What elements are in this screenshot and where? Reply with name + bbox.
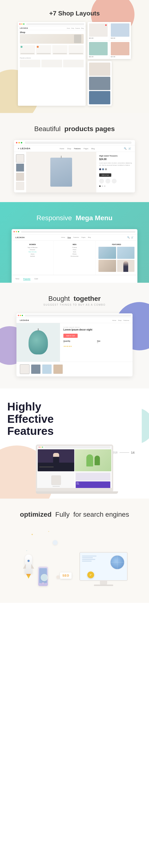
side-product-1: $24.00 <box>88 22 109 40</box>
pp-nav-blog[interactable]: Blog <box>91 148 95 150</box>
section-shop: +7 Shop Layouts LEZADA Home Shop Feature… <box>0 0 149 113</box>
mega-item-suits[interactable]: Suits <box>57 251 93 253</box>
bought-product-info: Lorem ipsum decor Lorem ipsum decor eigh… <box>60 323 132 362</box>
cart-icon[interactable]: 🛒 <box>128 147 131 150</box>
bought-nav-home[interactable]: Home <box>112 320 116 321</box>
mm-nav-blog[interactable]: Blog <box>88 237 91 238</box>
mega-title-regular: Responsive <box>36 214 72 222</box>
color-dot-blue[interactable] <box>102 168 104 170</box>
bought-nav-features[interactable]: Features <box>123 320 129 321</box>
thumb-2[interactable] <box>16 163 24 172</box>
bought-dot-r <box>18 315 19 316</box>
bought-thumb-3[interactable] <box>42 364 52 374</box>
mm-tab-new[interactable]: New <box>16 278 19 280</box>
mm-nav-shop[interactable]: Shop <box>68 237 71 238</box>
side-product-3: $32.00 <box>88 40 109 59</box>
pp-nav-pages[interactable]: Pages <box>84 148 89 150</box>
shop-mockup-container: LEZADA Home Shop Features Blog Shop <box>5 22 144 106</box>
laptop-url-bar <box>45 446 110 448</box>
laptop-bottom-border <box>36 488 113 491</box>
fashion-text <box>39 466 54 467</box>
pp-nav-home[interactable]: Home <box>60 148 64 150</box>
mega-item-polos[interactable]: Polos <box>57 249 93 250</box>
mega-item-dresses[interactable]: Dresses <box>15 249 51 250</box>
mega-col-women: Women Tops & Blouses Dresses New Arrival… <box>11 241 54 275</box>
mm-nav-home[interactable]: Home <box>61 237 65 238</box>
search-icon[interactable]: 🔍 <box>124 147 126 150</box>
dot-nav-1[interactable] <box>99 185 101 187</box>
bought-thumb-4[interactable] <box>53 364 63 374</box>
product-detail: High waist Trousers $24.00 Lorem ipsum d… <box>14 152 135 192</box>
thumb-3[interactable] <box>16 173 24 181</box>
shop-count: +7 <box>49 10 57 17</box>
section-products: Beautiful products pages ≡ LEZADA Home S… <box>0 113 149 202</box>
mega-title-bold: Mega Menu <box>76 214 113 222</box>
rocket-flames <box>26 574 31 579</box>
nav-features[interactable]: Features <box>75 28 80 29</box>
shop-label: Shop <box>18 30 85 34</box>
laptop-grid: StyleGuide <box>37 449 112 488</box>
mega-item-shirts[interactable]: T-Shirts <box>57 247 93 248</box>
product-badges <box>99 179 132 184</box>
seo-section-title: optimized Fully for search engines <box>10 511 139 518</box>
mm-search-icon[interactable]: 🔍 <box>127 237 130 239</box>
featured-grid <box>98 247 134 272</box>
mega-col-men-title: Men <box>57 244 93 245</box>
thumb-4[interactable] <box>16 182 24 190</box>
laptop-dot-y <box>41 447 41 447</box>
pp-dot-r <box>16 142 18 144</box>
mm-nav-pages[interactable]: Pages <box>81 237 85 238</box>
product-card-3 <box>52 45 68 55</box>
bought-nav-shop[interactable]: Shop <box>118 320 121 321</box>
bought-thumb-1[interactable] <box>20 364 29 374</box>
bought-quantity-val[interactable]: 1 <box>64 342 64 343</box>
plant-2 <box>95 456 100 465</box>
side-price-4: $14.00 <box>111 56 129 58</box>
pp-nav-features[interactable]: Features <box>74 148 81 150</box>
laptop-base <box>36 491 118 494</box>
side-product-2: $18.00 <box>109 22 131 40</box>
mm-tab-popular[interactable]: Popular <box>23 278 30 280</box>
bought-size-val[interactable]: M <box>97 342 98 343</box>
color-dot-gray[interactable] <box>105 168 107 170</box>
product-card-2 <box>36 45 51 55</box>
mm-cart-icon[interactable]: 🛒 <box>131 237 133 239</box>
dot-nav-3[interactable] <box>104 185 105 187</box>
shop-title-text: Shop Layouts <box>58 10 100 17</box>
mega-item-accessories[interactable]: Accessories <box>57 255 93 257</box>
mm-url <box>21 231 135 233</box>
nav-home[interactable]: Home <box>67 28 70 29</box>
rocket <box>21 555 36 584</box>
dot-nav-2[interactable] <box>102 185 103 187</box>
add-to-cart-btn[interactable]: Add to Cart <box>99 173 111 177</box>
badge-icon-1 <box>99 179 104 184</box>
mega-item-new[interactable]: New Arrivals <box>15 251 51 253</box>
badge-icon-2 <box>105 179 110 184</box>
mega-menu-bar <box>11 229 138 235</box>
mega-item-tops[interactable]: Tops & Blouses <box>15 247 51 248</box>
seo-globe <box>110 555 125 569</box>
pp-nav-shop[interactable]: Shop <box>67 148 71 150</box>
mm-nav-features[interactable]: Features <box>73 237 79 238</box>
mega-item-shoes[interactable]: Shoes <box>57 253 93 255</box>
mm-tab-sale[interactable]: Sale <box>34 278 38 280</box>
bought-dot-g <box>22 315 23 316</box>
color-swatches <box>99 168 132 170</box>
nav-blog[interactable]: Blog <box>81 28 84 29</box>
bought-thumb-2[interactable] <box>31 364 41 374</box>
color-dot-navy[interactable] <box>99 168 101 170</box>
nav-shop[interactable]: Shop <box>71 28 74 29</box>
rocket-body <box>25 555 32 574</box>
featured-item-2 <box>117 247 134 259</box>
thumb-1[interactable] <box>16 154 24 162</box>
product-info: High waist Trousers $24.00 Lorem ipsum d… <box>96 152 135 192</box>
mm-icons: 🔍 🛒 <box>127 237 133 239</box>
side-img-3 <box>89 42 108 55</box>
bought-add-to-cart[interactable]: Add to Cart <box>64 334 78 338</box>
featured-item-3 <box>98 260 116 272</box>
mega-col-women-title: Women <box>15 244 51 245</box>
mega-item-jeans[interactable]: Jeans <box>15 253 51 255</box>
seo-bubble-2 <box>56 576 60 579</box>
white-product-content <box>38 472 74 488</box>
mega-item-jackets[interactable]: Jackets <box>15 255 51 257</box>
